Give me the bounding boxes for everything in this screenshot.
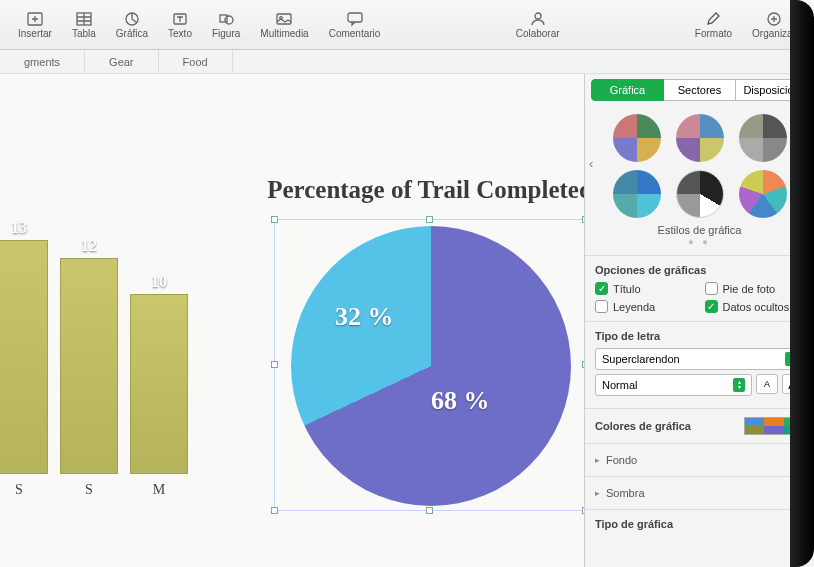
plus-icon (25, 10, 45, 28)
section-title: Colores de gráfica (595, 420, 691, 432)
svg-point-9 (535, 13, 541, 19)
shadow-section: ▸ Sombra (585, 476, 814, 509)
chart-style-thumb[interactable] (613, 114, 661, 162)
check-icon: ✓ (705, 300, 718, 313)
collaborate-button[interactable]: Colaborar (506, 8, 570, 41)
brush-icon (703, 10, 723, 28)
insert-button[interactable]: Insertar (8, 8, 62, 41)
resize-handle[interactable] (271, 361, 278, 368)
canvas-area[interactable]: 13 12 10 S S M Percentage of Trail Compl… (0, 74, 584, 567)
resize-handle[interactable] (426, 507, 433, 514)
toolbar-label: Comentario (329, 28, 381, 39)
toolbar-label: Insertar (18, 28, 52, 39)
toolbar-label: Gráfica (116, 28, 148, 39)
format-button[interactable]: Formato (685, 8, 742, 41)
resize-handle[interactable] (582, 361, 584, 368)
chart-style-thumb[interactable] (676, 114, 724, 162)
chevron-right-icon: ▸ (595, 455, 600, 465)
resize-handle[interactable] (582, 216, 584, 223)
chart-options-section: Opciones de gráficas ✓Título Pie de foto… (585, 255, 814, 321)
check-icon: ✓ (595, 282, 608, 295)
checkbox-legend[interactable]: Leyenda (595, 300, 695, 313)
table-icon (74, 10, 94, 28)
shape-button[interactable]: Figura (202, 8, 250, 41)
toolbar-label: Tabla (72, 28, 96, 39)
pie-chart[interactable]: 68 % 32 % (291, 226, 571, 506)
toolbar-label: Texto (168, 28, 192, 39)
toolbar-label: Figura (212, 28, 240, 39)
resize-handle[interactable] (271, 507, 278, 514)
toolbar-label: Formato (695, 28, 732, 39)
pie-slice-label: 32 % (335, 302, 394, 332)
sheet-tabs: gments Gear Food (0, 50, 814, 74)
comment-button[interactable]: Comentario (319, 8, 391, 41)
chart-type-section: Tipo de gráfica (585, 509, 814, 544)
pie-slice-label: 68 % (431, 386, 490, 416)
svg-rect-6 (277, 14, 291, 24)
selection-bounds[interactable]: 68 % 32 % (274, 219, 584, 511)
pie-chart-wrapper: Percentage of Trail Completed 68 % 32 % (260, 174, 584, 511)
sheet-tab[interactable]: Gear (85, 50, 158, 74)
person-icon (528, 10, 548, 28)
font-section: Tipo de letra Superclarendon ▴▾ Normal ▴… (585, 321, 814, 408)
bar-axis-label: S (60, 482, 118, 498)
chart-style-thumb[interactable] (676, 170, 724, 218)
resize-handle[interactable] (582, 507, 584, 514)
font-size-smaller-button[interactable]: A (756, 374, 778, 394)
media-button[interactable]: Multimedia (250, 8, 318, 41)
stepper-arrows-icon: ▴▾ (733, 378, 745, 392)
styles-label: Estilos de gráfica (591, 224, 808, 236)
bar-axis-label: M (130, 482, 188, 498)
table-button[interactable]: Tabla (62, 8, 106, 41)
device-bezel (790, 0, 814, 567)
bar-axis-label: S (0, 482, 48, 498)
bar-value-label: 12 (81, 237, 97, 255)
disclosure-fondo[interactable]: ▸ Fondo (595, 452, 804, 468)
chart-colors-section: Colores de gráfica (585, 408, 814, 443)
svg-point-5 (225, 16, 233, 24)
text-button[interactable]: Texto (158, 8, 202, 41)
font-family-select[interactable]: Superclarendon ▴▾ (595, 348, 804, 370)
image-icon (274, 10, 294, 28)
font-style-select[interactable]: Normal ▴▾ (595, 374, 752, 396)
background-section: ▸ Fondo (585, 443, 814, 476)
chart-button[interactable]: Gráfica (106, 8, 158, 41)
section-title: Opciones de gráficas (595, 264, 804, 276)
checkbox-title[interactable]: ✓Título (595, 282, 695, 295)
chart-style-thumb[interactable] (739, 170, 787, 218)
resize-handle[interactable] (271, 216, 278, 223)
chart-title: Percentage of Trail Completed (260, 174, 584, 205)
check-icon (595, 300, 608, 313)
section-title: Tipo de letra (595, 330, 804, 342)
bar-value-label: 13 (11, 219, 27, 237)
text-icon (170, 10, 190, 28)
tab-grafica[interactable]: Gráfica (591, 79, 664, 101)
svg-rect-8 (348, 13, 362, 22)
pie-chart-icon (122, 10, 142, 28)
comment-icon (345, 10, 365, 28)
disclosure-sombra[interactable]: ▸ Sombra (595, 485, 804, 501)
chart-styles-section: ‹ › Estilos de gráfica ● ● (585, 106, 814, 255)
sheet-tab[interactable]: Food (159, 50, 233, 74)
bar-value-label: 10 (151, 273, 167, 291)
resize-handle[interactable] (426, 216, 433, 223)
toolbar-label: Colaborar (516, 28, 560, 39)
check-icon (705, 282, 718, 295)
sheet-tab[interactable]: gments (0, 50, 85, 74)
section-title: Tipo de gráfica (595, 518, 804, 530)
chart-style-thumb[interactable] (613, 170, 661, 218)
shape-icon (216, 10, 236, 28)
bar-chart[interactable]: 13 12 10 S S M (0, 204, 230, 524)
chevron-right-icon: ▸ (595, 488, 600, 498)
main-toolbar: Insertar Tabla Gráfica Texto Figura Mult… (0, 0, 814, 50)
layers-icon (764, 10, 784, 28)
chart-style-thumb[interactable] (739, 114, 787, 162)
tab-sectores[interactable]: Sectores (664, 79, 736, 101)
page-dots[interactable]: ● ● (591, 237, 808, 247)
toolbar-label: Multimedia (260, 28, 308, 39)
chevron-left-icon[interactable]: ‹ (589, 156, 593, 171)
format-inspector: Gráfica Sectores Disposición ‹ › Estilos… (584, 74, 814, 567)
